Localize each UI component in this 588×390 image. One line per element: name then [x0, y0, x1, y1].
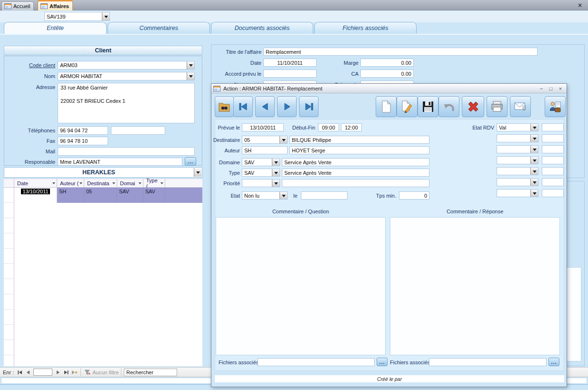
- nom-combobox[interactable]: ARMOR HABITAT: [58, 72, 195, 80]
- code-client-label[interactable]: Code client: [6, 62, 55, 68]
- dropdown-button[interactable]: [530, 179, 538, 186]
- dialog-titlebar[interactable]: Action : ARMOR HABITAT- Remplacement − □…: [211, 84, 567, 93]
- rdv-extra-field[interactable]: [542, 123, 564, 131]
- rdv-extra-field[interactable]: [542, 167, 564, 175]
- rdv-combobox-2[interactable]: [497, 134, 538, 142]
- minimize-icon[interactable]: −: [538, 85, 545, 91]
- cell-type[interactable]: SAV: [143, 188, 165, 203]
- previous-record-icon[interactable]: [24, 369, 32, 376]
- filter-status-label[interactable]: Aucun filtre: [92, 370, 119, 375]
- type-libelle-field[interactable]: Service Après Vente: [282, 169, 429, 177]
- priorite-combobox[interactable]: [242, 179, 280, 187]
- accord-field[interactable]: [263, 70, 317, 78]
- fichiers-left-browse-button[interactable]: ...: [377, 358, 388, 366]
- domaine-libelle-field[interactable]: Service Après Vente: [282, 158, 429, 166]
- ca-field[interactable]: 0.00: [360, 70, 414, 78]
- contact-button[interactable]: [545, 96, 566, 117]
- print-button[interactable]: [487, 96, 508, 117]
- rdv-extra-field[interactable]: [542, 156, 564, 164]
- table-row[interactable]: 13/10/2011 SH 05 SAV SAV: [4, 188, 202, 203]
- mail-field[interactable]: [58, 147, 195, 156]
- last-record-button[interactable]: [299, 96, 319, 117]
- dropdown-button[interactable]: [530, 190, 538, 197]
- responsable-field[interactable]: Mme LAVENANT: [58, 158, 182, 166]
- dropdown-button[interactable]: [272, 180, 279, 187]
- telephone1-field[interactable]: 96 94 04 72: [58, 126, 108, 135]
- new-record-icon[interactable]: [70, 369, 78, 376]
- fichiers-left-field[interactable]: [258, 358, 375, 366]
- cell-auteur[interactable]: SH: [57, 188, 84, 203]
- dropdown-button[interactable]: [530, 135, 538, 142]
- destinataire-combobox[interactable]: 05: [242, 136, 288, 144]
- fichiers-right-field[interactable]: [429, 358, 547, 366]
- priorite-libelle-field[interactable]: [282, 179, 429, 187]
- column-dropdown-icon[interactable]: [52, 182, 55, 186]
- cell-destinataire[interactable]: 05: [84, 188, 117, 203]
- dropdown-button[interactable]: [530, 124, 538, 131]
- commentaire-reponse-textarea[interactable]: [390, 217, 560, 355]
- cell-domaine[interactable]: SAV: [117, 188, 143, 203]
- close-icon[interactable]: ×: [576, 1, 584, 9]
- dropdown-button[interactable]: [279, 192, 287, 199]
- rdv-combobox-7[interactable]: [497, 189, 538, 197]
- first-record-button[interactable]: [233, 96, 253, 117]
- tab-fichiers-associes[interactable]: Fichiers associés: [314, 22, 417, 34]
- dialog-close-icon[interactable]: ×: [557, 85, 564, 91]
- rdv-extra-field[interactable]: [542, 134, 564, 142]
- auteur-code-field[interactable]: SH: [242, 146, 288, 154]
- etat-rdv-combobox[interactable]: Val: [497, 123, 538, 131]
- agence-combobox[interactable]: HERAKLES: [4, 167, 202, 178]
- rdv-extra-field[interactable]: [542, 145, 564, 153]
- fichiers-right-browse-button[interactable]: ...: [548, 358, 559, 366]
- dropdown-button[interactable]: [272, 159, 279, 166]
- column-dropdown-icon[interactable]: [80, 182, 82, 186]
- dropdown-button[interactable]: [279, 136, 287, 143]
- dropdown-button[interactable]: [187, 61, 194, 69]
- new-record-button[interactable]: [376, 96, 397, 117]
- column-dropdown-icon[interactable]: [160, 182, 163, 186]
- dropdown-button[interactable]: [272, 169, 279, 176]
- restore-icon[interactable]: □: [548, 85, 554, 91]
- column-header-domaine[interactable]: Domai: [117, 179, 143, 188]
- tab-entete[interactable]: Entête: [4, 22, 107, 34]
- next-record-icon[interactable]: [54, 369, 62, 376]
- column-header-type[interactable]: Type (: [143, 179, 165, 188]
- marge-field[interactable]: 0.00: [360, 59, 414, 67]
- debut-field[interactable]: 09:00: [318, 123, 339, 131]
- tab-commentaires[interactable]: Commentaires: [108, 22, 210, 34]
- column-dropdown-icon[interactable]: [112, 182, 115, 186]
- tab-affaires[interactable]: Affaires: [38, 0, 73, 10]
- commentaire-question-textarea[interactable]: [216, 217, 386, 355]
- record-number-box[interactable]: [33, 369, 52, 376]
- auteur-nom-field[interactable]: HOYET Serge: [289, 146, 429, 154]
- row-selector-header[interactable]: [4, 179, 14, 188]
- row-selector-cell[interactable]: [4, 188, 14, 203]
- fin-field[interactable]: 12:00: [341, 123, 362, 131]
- email-button[interactable]: [510, 96, 531, 117]
- column-header-date[interactable]: Date: [14, 179, 57, 188]
- column-dropdown-icon[interactable]: [139, 182, 141, 186]
- rdv-extra-field[interactable]: [542, 178, 564, 186]
- responsable-browse-button[interactable]: ...: [185, 157, 196, 166]
- next-record-button[interactable]: [277, 96, 297, 117]
- previous-record-button[interactable]: [255, 96, 275, 117]
- last-record-icon[interactable]: [62, 369, 70, 376]
- cell-date[interactable]: 13/10/2011: [14, 188, 57, 203]
- first-record-icon[interactable]: [16, 369, 24, 376]
- adresse-field[interactable]: 33 rue Abbé Garnier 22002 ST BRIEUC Cede…: [58, 83, 195, 123]
- search-input[interactable]: Rechercher: [124, 369, 177, 376]
- dropdown-button[interactable]: [187, 72, 194, 80]
- domaine-combobox[interactable]: SAV: [242, 158, 280, 166]
- fax-field[interactable]: 96 94 78 10: [58, 137, 108, 145]
- rdv-combobox-5[interactable]: [497, 167, 538, 175]
- column-header-destinataire[interactable]: Destinata: [84, 179, 117, 188]
- rdv-extra-field[interactable]: [542, 189, 564, 197]
- date-field[interactable]: 11/10/2011: [263, 59, 317, 67]
- tab-accueil[interactable]: Accueil: [1, 1, 34, 10]
- type-combobox[interactable]: SAV: [242, 169, 280, 177]
- prevue-field[interactable]: 13/10/2011: [242, 123, 284, 131]
- cell-spare[interactable]: [165, 188, 202, 203]
- etat-combobox[interactable]: Non lu: [242, 191, 288, 200]
- rdv-combobox-3[interactable]: [497, 145, 538, 153]
- dropdown-button[interactable]: [530, 157, 538, 164]
